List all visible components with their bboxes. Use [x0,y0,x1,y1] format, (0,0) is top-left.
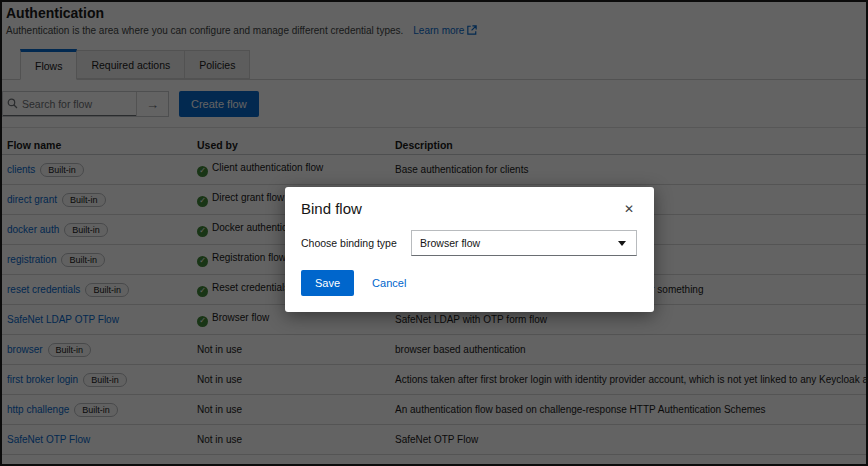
binding-type-value: Browser flow [420,237,480,249]
binding-type-form-row: Choose binding type Browser flow [301,230,638,256]
modal-title: Bind flow [301,200,362,217]
save-button[interactable]: Save [301,270,354,296]
close-icon: ✕ [624,202,634,216]
binding-type-select[interactable]: Browser flow [411,230,637,256]
chevron-down-icon [618,241,626,246]
cancel-link[interactable]: Cancel [372,277,406,289]
close-button[interactable]: ✕ [620,200,638,218]
modal-header: Bind flow ✕ [301,200,638,218]
binding-type-label: Choose binding type [301,237,411,249]
app-window: Authentication Authentication is the are… [0,0,868,466]
bind-flow-modal: Bind flow ✕ Choose binding type Browser … [285,187,654,312]
modal-actions: Save Cancel [301,270,638,296]
